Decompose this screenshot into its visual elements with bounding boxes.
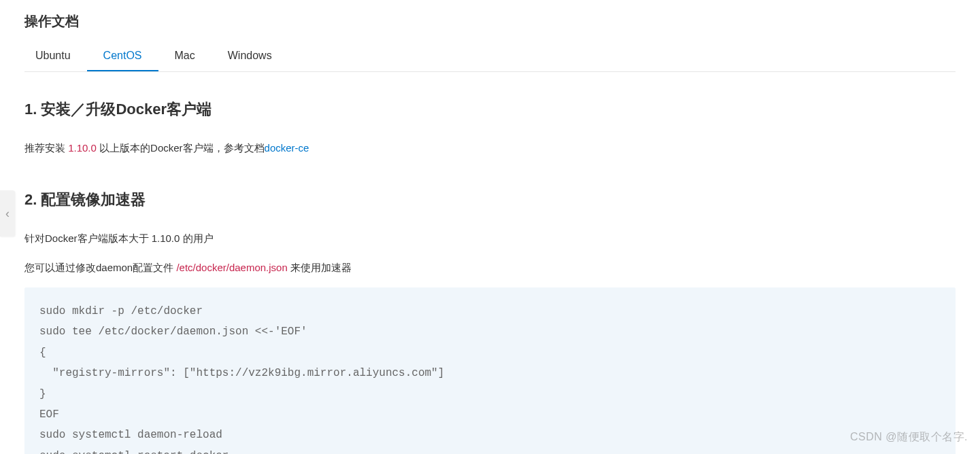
text-part: 推荐安装 — [24, 142, 68, 154]
section-mirror: 2. 配置镜像加速器 针对Docker客户端版本大于 1.10.0 的用户 您可… — [24, 190, 956, 454]
os-tabs: Ubuntu CentOS Mac Windows — [24, 43, 956, 72]
docker-ce-link[interactable]: docker-ce — [265, 142, 309, 154]
code-content: sudo mkdir -p /etc/docker sudo tee /etc/… — [39, 301, 941, 454]
version-text: 1.10.0 — [68, 142, 97, 154]
mirror-para-2: 您可以通过修改daemon配置文件 /etc/docker/daemon.jso… — [24, 258, 956, 277]
text-part: 以上版本的Docker客户端，参考文档 — [97, 142, 265, 154]
text-part: 您可以通过修改daemon配置文件 — [24, 262, 176, 273]
section-mirror-heading: 2. 配置镜像加速器 — [24, 190, 956, 210]
code-block: sudo mkdir -p /etc/docker sudo tee /etc/… — [24, 287, 956, 454]
mirror-para-1: 针对Docker客户端版本大于 1.10.0 的用户 — [24, 229, 956, 247]
tab-windows[interactable]: Windows — [212, 43, 288, 71]
daemon-json-path: /etc/docker/daemon.json — [176, 262, 287, 273]
doc-container: 操作文档 Ubuntu CentOS Mac Windows 1. 安装／升级D… — [0, 0, 980, 454]
text-part: 来使用加速器 — [288, 262, 352, 273]
install-recommend-text: 推荐安装 1.10.0 以上版本的Docker客户端，参考文档docker-ce — [24, 139, 956, 157]
tab-centos[interactable]: CentOS — [87, 43, 158, 71]
section-install-heading: 1. 安装／升级Docker客户端 — [24, 99, 956, 120]
tab-ubuntu[interactable]: Ubuntu — [24, 43, 87, 71]
collapse-handle[interactable]: ‹ — [0, 190, 15, 237]
tab-mac[interactable]: Mac — [158, 43, 212, 71]
page-title: 操作文档 — [24, 12, 956, 31]
chevron-left-icon: ‹ — [5, 207, 10, 221]
